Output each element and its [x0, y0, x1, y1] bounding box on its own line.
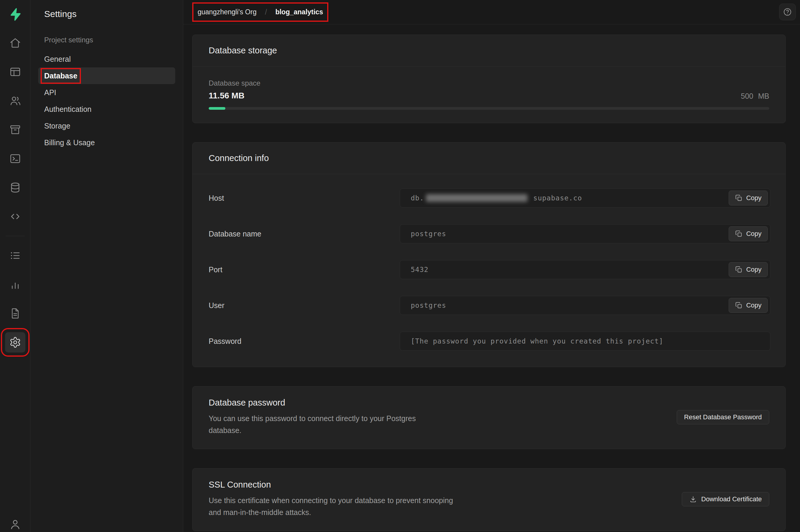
- rail-item-docs[interactable]: [5, 303, 25, 324]
- copy-icon: [735, 230, 743, 238]
- help-button[interactable]: [779, 4, 796, 20]
- ssl-connection-text: SSL Connection Use this certificate when…: [208, 480, 456, 518]
- settings-content: Database storage Database space 11.56 MB…: [183, 24, 800, 532]
- rail-item-account[interactable]: [5, 518, 25, 532]
- sidebar-item-label: Storage: [44, 122, 70, 130]
- sidebar-item-general[interactable]: General: [38, 51, 175, 68]
- download-icon: [689, 495, 697, 503]
- port-copy-button[interactable]: Copy: [729, 262, 768, 277]
- port-row: Port 5432 Copy: [208, 260, 770, 279]
- topbar: guangzhengli's Org / blog_analytics: [183, 0, 800, 24]
- database-space-used: 11.56 MB: [208, 91, 260, 100]
- database-name-row: Database name postgres Copy: [208, 224, 770, 243]
- download-certificate-button[interactable]: Download Certificate: [682, 492, 769, 506]
- database-password-description: You can use this password to connect dir…: [208, 413, 448, 436]
- connection-info-card: Connection info Host db. supabase.co: [192, 142, 786, 367]
- supabase-logo-icon: [8, 7, 22, 21]
- user-input[interactable]: postgres Copy: [400, 296, 770, 315]
- rail-item-logo[interactable]: [6, 5, 25, 24]
- limit-value: 500: [741, 92, 753, 100]
- database-storage-card: Database storage Database space 11.56 MB…: [192, 35, 786, 123]
- storage-progress-fill: [208, 107, 225, 110]
- rail-item-sql-editor[interactable]: [5, 149, 25, 169]
- card-title: Database storage: [208, 45, 769, 55]
- sidebar-item-label: API: [44, 88, 56, 97]
- home-icon: [9, 37, 21, 49]
- user-label: User: [208, 301, 400, 310]
- copy-button-label: Copy: [746, 302, 762, 309]
- user-row: User postgres Copy: [208, 296, 770, 315]
- storage-body: Database space 11.56 MB 500 MB: [193, 66, 785, 123]
- storage-progress-bar: [208, 107, 769, 110]
- card-title: Database password: [208, 398, 448, 407]
- rail-item-settings[interactable]: [5, 332, 25, 353]
- sidebar-item-label: Billing & Usage: [44, 138, 95, 147]
- host-input[interactable]: db. supabase.co Copy: [400, 188, 770, 208]
- database-icon: [9, 182, 21, 193]
- sidebar-item-storage[interactable]: Storage: [38, 117, 175, 134]
- file-text-icon: [9, 307, 21, 319]
- breadcrumb-project[interactable]: blog_analytics: [275, 8, 323, 16]
- sidebar-item-authentication[interactable]: Authentication: [38, 101, 175, 117]
- password-row: Password [The password you provided when…: [208, 331, 770, 351]
- card-title: SSL Connection: [208, 480, 456, 490]
- list-icon: [9, 250, 21, 262]
- rail-item-storage[interactable]: [5, 119, 25, 140]
- reset-database-password-button[interactable]: Reset Database Password: [677, 410, 769, 424]
- database-password-text: Database password You can use this passw…: [208, 398, 448, 436]
- database-name-copy-button[interactable]: Copy: [729, 226, 768, 241]
- icon-rail: [0, 0, 31, 532]
- rail-item-logs[interactable]: [5, 245, 25, 266]
- ssl-connection-card: SSL Connection Use this certificate when…: [192, 468, 786, 531]
- user-icon: [9, 518, 21, 530]
- sidebar-item-label: Authentication: [44, 105, 91, 114]
- sidebar-item-database[interactable]: Database: [38, 68, 175, 84]
- password-value: [The password you provided when you crea…: [411, 337, 663, 345]
- database-name-input[interactable]: postgres Copy: [400, 224, 770, 243]
- copy-button-label: Copy: [746, 194, 762, 202]
- sidebar-item-billing-usage[interactable]: Billing & Usage: [38, 134, 175, 151]
- host-label: Host: [208, 194, 400, 203]
- database-password-card: Database password You can use this passw…: [192, 386, 786, 449]
- user-value: postgres: [411, 302, 446, 309]
- table-icon: [9, 66, 21, 78]
- host-value-suffix: supabase.co: [533, 194, 582, 202]
- host-value-prefix: db.: [411, 194, 424, 202]
- sidebar-section-label: Project settings: [38, 28, 175, 51]
- archive-icon: [9, 124, 21, 136]
- copy-icon: [735, 302, 743, 309]
- database-space-label: Database space: [208, 79, 260, 88]
- rail-item-home[interactable]: [5, 33, 25, 53]
- card-header: Connection info: [193, 142, 785, 174]
- breadcrumb-separator: /: [265, 8, 267, 16]
- code-icon: [9, 211, 21, 223]
- host-copy-button[interactable]: Copy: [729, 191, 768, 206]
- breadcrumb: guangzhengli's Org / blog_analytics: [198, 8, 323, 16]
- ssl-connection-description: Use this certificate when connecting to …: [208, 494, 456, 518]
- download-certificate-button-label: Download Certificate: [701, 495, 762, 503]
- sidebar-item-label: General: [44, 55, 71, 63]
- database-name-value: postgres: [411, 230, 446, 238]
- bar-chart-icon: [9, 279, 21, 290]
- port-input[interactable]: 5432 Copy: [400, 260, 770, 279]
- card-header: Database storage: [193, 35, 785, 66]
- user-copy-button[interactable]: Copy: [729, 298, 768, 313]
- rail-item-reports[interactable]: [5, 274, 25, 294]
- host-row: Host db. supabase.co Copy: [208, 188, 770, 208]
- rail-item-database[interactable]: [5, 177, 25, 198]
- sidebar-title: Settings: [38, 0, 175, 28]
- password-input[interactable]: [The password you provided when you crea…: [400, 331, 770, 351]
- rail-item-api[interactable]: [5, 206, 25, 227]
- sidebar-item-api[interactable]: API: [38, 84, 175, 101]
- copy-icon: [735, 194, 743, 202]
- sidebar-item-label: Database: [44, 72, 77, 80]
- app-root: Settings Project settings General Databa…: [0, 0, 800, 532]
- rail-item-table-editor[interactable]: [5, 62, 25, 82]
- rail-item-auth[interactable]: [5, 91, 25, 111]
- settings-sidebar: Settings Project settings General Databa…: [31, 0, 183, 532]
- port-value: 5432: [411, 266, 429, 273]
- terminal-icon: [9, 153, 21, 165]
- port-label: Port: [208, 265, 400, 274]
- breadcrumb-org[interactable]: guangzhengli's Org: [198, 8, 256, 16]
- copy-button-label: Copy: [746, 266, 762, 273]
